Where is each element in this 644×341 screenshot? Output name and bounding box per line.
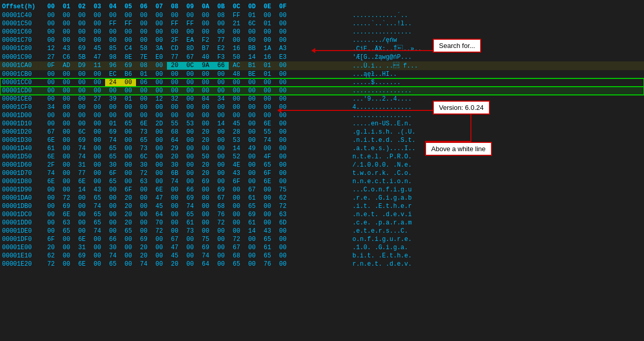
hex-byte: 00 <box>151 112 167 119</box>
hex-byte: 67 <box>213 194 229 202</box>
hex-byte: 00 <box>182 145 198 152</box>
hex-byte: 00 <box>213 20 229 27</box>
hex-byte: 00 <box>136 203 151 210</box>
hex-byte: 64 <box>198 261 213 268</box>
hex-byte: 00 <box>59 153 74 160</box>
hex-byte: 00 <box>151 20 167 27</box>
hex-byte: 00 <box>74 79 90 86</box>
hex-byte: 62 <box>275 194 291 202</box>
hex-byte: 61 <box>260 244 275 251</box>
table-row: 00001C7000000000000000002FEAF27700000000… <box>0 36 644 44</box>
hex-byte: 8E <box>121 54 136 61</box>
hex-byte: 00 <box>182 28 198 36</box>
hex-byte: 00 <box>136 228 151 235</box>
hex-bytes-row: 006E0065002000640065007600690063 <box>43 211 347 218</box>
hex-byte: 20 <box>136 244 151 251</box>
hex-byte: 1A <box>260 45 275 53</box>
ascii-repr: ...Ù.i.. .. f... <box>347 62 450 70</box>
hex-byte: 65 <box>244 203 260 210</box>
arrow-line-above <box>470 110 471 143</box>
hex-view: Offset(h) 000102030405060708090A0B0C0D0E… <box>0 0 644 270</box>
hex-byte: 00 <box>260 145 275 152</box>
hex-byte: 0F <box>43 62 59 70</box>
hex-byte: 65 <box>90 194 105 202</box>
hex-bytes-row: 00000000FFFF0000FFFF0000216C0100 <box>43 20 347 27</box>
hex-byte: 00 <box>43 71 59 78</box>
hex-byte: 00 <box>59 128 74 136</box>
hex-byte: 72 <box>59 194 74 202</box>
table-row: 00001DC0006E0065002000640065007600690063… <box>0 210 644 219</box>
hex-byte: 00 <box>182 87 198 94</box>
hex-byte: 00 <box>260 186 275 193</box>
hex-byte: 00 <box>90 236 105 243</box>
ascii-repr: .r.e. .G.i.g.a.b <box>347 194 450 202</box>
hex-byte: 00 <box>182 161 198 169</box>
hex-byte: 77 <box>74 170 90 177</box>
hex-byte: 00 <box>151 244 167 251</box>
row-offset: 00001D70 <box>2 170 43 177</box>
hex-byte: 00 <box>198 228 213 235</box>
hex-byte: 00 <box>213 244 229 251</box>
hex-byte: 00 <box>121 236 136 243</box>
hex-byte: 6C <box>244 20 260 27</box>
hex-byte: 00 <box>275 244 291 251</box>
hex-byte: 29 <box>167 145 182 152</box>
hex-byte: 00 <box>167 87 182 94</box>
hex-byte: 6E <box>59 211 74 218</box>
hex-byte: 00 <box>213 87 229 94</box>
hex-byte: 00 <box>59 137 74 144</box>
hex-byte: 00 <box>275 228 291 235</box>
hex-col-header-5: 05 <box>121 3 136 10</box>
hex-byte: 65 <box>105 153 121 160</box>
hex-byte: 00 <box>213 170 229 177</box>
hex-byte: 00 <box>213 137 229 144</box>
hex-col-header-B: 0B <box>213 3 229 10</box>
hex-byte: 00 <box>213 128 229 136</box>
hex-byte: 45 <box>167 252 182 259</box>
hex-byte: 67 <box>229 244 244 251</box>
hex-byte: 00 <box>260 37 275 44</box>
hex-byte: 6F <box>229 178 244 185</box>
hex-byte: 00 <box>74 20 90 27</box>
hex-byte: 00 <box>136 219 151 226</box>
hex-byte: 00 <box>229 95 244 103</box>
hex-byte: 00 <box>74 95 90 103</box>
hex-byte: 14 <box>244 54 260 61</box>
hex-byte: 00 <box>260 203 275 210</box>
hex-byte: E3 <box>275 54 291 61</box>
hex-byte: 66 <box>213 62 229 70</box>
hex-byte: 08 <box>213 12 229 19</box>
hex-bytes-row: 00001443006F006E0066006900670075 <box>43 186 347 193</box>
hex-byte: 65 <box>59 228 74 235</box>
hex-byte: 00 <box>105 228 121 235</box>
hex-byte: 00 <box>59 20 74 27</box>
hex-bytes-row: 00000000000000000000000000000000 <box>43 28 347 36</box>
row-offset: 00001D40 <box>2 145 43 152</box>
hex-byte: FF <box>105 20 121 27</box>
hex-byte: 00 <box>275 153 291 160</box>
hex-byte: 43 <box>260 228 275 235</box>
hex-byte: 96 <box>105 62 121 70</box>
hex-byte: E2 <box>213 45 229 53</box>
hex-col-header-6: 06 <box>136 3 151 10</box>
hex-byte: 00 <box>59 236 74 243</box>
hex-byte: 8D <box>182 45 198 53</box>
hex-byte: 00 <box>90 261 105 268</box>
hex-byte: 00 <box>167 12 182 19</box>
hex-byte: 69 <box>198 178 213 185</box>
hex-byte: 47 <box>151 194 167 202</box>
hex-byte: 00 <box>213 153 229 160</box>
hex-byte: 6B <box>167 170 182 177</box>
hex-byte: 00 <box>260 12 275 19</box>
hex-byte: 00 <box>167 194 182 202</box>
hex-byte: EC <box>105 71 121 78</box>
hex-byte: 00 <box>244 104 260 111</box>
hex-byte: 20 <box>198 137 213 144</box>
hex-byte: 00 <box>90 120 105 127</box>
hex-byte: 00 <box>105 112 121 119</box>
hex-byte: 62 <box>43 252 59 259</box>
hex-bytes-row: 6E006E0065006300740069006F006E00 <box>43 178 347 185</box>
hex-byte: 00 <box>121 28 136 36</box>
hex-col-header-9: 09 <box>182 3 198 10</box>
hex-byte: B6 <box>121 71 136 78</box>
